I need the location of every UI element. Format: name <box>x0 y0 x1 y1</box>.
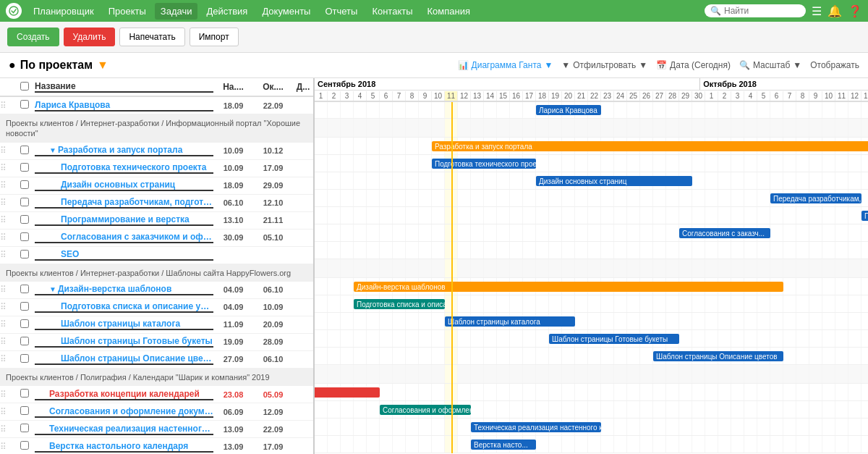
app-logo[interactable] <box>6 3 22 19</box>
search-input[interactable] <box>724 6 796 16</box>
gantt-bar[interactable]: Разработка и запуск портала <box>432 141 868 151</box>
row-checkbox[interactable] <box>20 146 29 154</box>
gantt-bar[interactable]: Дизайн основных страниц <box>536 176 692 186</box>
drag-handle[interactable]: ⠿ <box>0 232 14 243</box>
nav-documents[interactable]: Документы <box>256 3 316 20</box>
row-checkbox[interactable] <box>20 100 29 109</box>
task-name[interactable]: Подготовка технического проекта <box>35 162 213 174</box>
display-control[interactable]: Отображать <box>810 60 859 70</box>
drag-handle[interactable]: ⠿ <box>0 101 14 111</box>
task-name[interactable]: Согласования с заказчиком и оформлен... <box>35 232 213 243</box>
row-checkbox[interactable] <box>20 250 29 258</box>
gantt-view-toggle[interactable]: 📊 Диаграмма Ганта ▼ <box>458 60 553 70</box>
task-name[interactable]: Дизайн основных страниц <box>35 180 213 191</box>
task-name-group[interactable]: ▼Разработка и запуск портала <box>35 145 213 156</box>
gantt-row: Подготовка списка и описан... <box>315 295 868 313</box>
task-name[interactable]: Программирование и верстка <box>35 214 213 226</box>
title-arrow[interactable]: ▼ <box>97 59 109 72</box>
row-checkbox[interactable] <box>20 389 29 398</box>
nav-planner[interactable]: Планировщик <box>27 3 100 20</box>
task-name[interactable]: Шаблон страницы каталога <box>35 319 213 330</box>
task-name[interactable]: Разработка концепции календарей <box>35 389 213 400</box>
drag-handle[interactable]: ⠿ <box>0 250 14 260</box>
drag-handle[interactable]: ⠿ <box>0 319 14 329</box>
row-checkbox[interactable] <box>20 424 29 432</box>
row-checkbox[interactable] <box>20 319 29 328</box>
gantt-day-bg <box>744 155 757 172</box>
gantt-bar[interactable]: Программир... <box>861 211 868 221</box>
drag-handle[interactable]: ⠿ <box>0 215 14 225</box>
row-checkbox[interactable] <box>20 163 29 172</box>
filter-toggle[interactable]: ▼ Отфильтровать ▼ <box>561 60 647 70</box>
drag-handle[interactable]: ⠿ <box>0 180 14 190</box>
gantt-bar[interactable]: Дизайн-верстка шаблонов <box>354 282 783 292</box>
row-checkbox[interactable] <box>20 215 29 224</box>
drag-handle[interactable]: ⠿ <box>0 198 14 208</box>
task-name[interactable]: Техническая реализация настенного кал... <box>35 424 213 435</box>
task-name[interactable]: Лариса Кравцова <box>35 100 213 112</box>
row-checkbox[interactable] <box>20 354 29 363</box>
gantt-bar[interactable]: Подготовка списка и описан... <box>354 299 445 309</box>
drag-handle[interactable]: ⠿ <box>0 354 14 364</box>
gantt-day-bg <box>406 101 419 118</box>
gantt-day-bg <box>653 155 666 172</box>
nav-projects[interactable]: Проекты <box>103 3 152 20</box>
task-name[interactable]: SEO <box>35 249 213 261</box>
task-name[interactable]: Передача разработчикам, подготовка ... <box>35 197 213 209</box>
gantt-bar[interactable]: Согласования и оформление <box>380 405 471 415</box>
nav-actions[interactable]: Действия <box>200 3 253 20</box>
gantt-bar[interactable]: Верстка насто... <box>471 440 536 450</box>
bell-icon[interactable]: 🔔 <box>827 4 842 18</box>
scale-control[interactable]: 🔍 Масштаб ▼ <box>739 60 801 70</box>
row-checkbox[interactable] <box>20 337 29 345</box>
create-button[interactable]: Создать <box>7 28 59 46</box>
task-name[interactable]: Подготовка списка и описание уникаль... <box>35 301 213 313</box>
search-box[interactable]: 🔍 <box>705 4 806 17</box>
drag-handle[interactable]: ⠿ <box>0 390 14 400</box>
gantt-day-bg <box>445 330 458 347</box>
gantt-bar[interactable]: Шаблон страницы Описание цветов <box>653 351 783 361</box>
import-button[interactable]: Импорт <box>190 28 239 46</box>
gantt-bar[interactable]: Разработка концеп... <box>315 387 380 398</box>
print-button[interactable]: Напечатать <box>119 28 184 46</box>
row-checkbox[interactable] <box>20 302 29 311</box>
delete-button[interactable]: Удалить <box>64 28 116 46</box>
gantt-day-bg <box>822 313 835 329</box>
nav-company[interactable]: Компания <box>422 3 477 20</box>
help-icon[interactable]: ❓ <box>848 4 862 18</box>
gantt-bar[interactable]: Шаблон страницы Готовые букеты <box>549 334 679 344</box>
drag-handle[interactable]: ⠿ <box>0 163 14 173</box>
drag-handle[interactable]: ⠿ <box>0 337 14 347</box>
row-checkbox[interactable] <box>20 285 29 293</box>
task-name[interactable]: Согласования и оформление документов <box>35 406 213 418</box>
row-checkbox[interactable] <box>20 232 29 241</box>
gantt-row: Дизайн-верстка шаблонов <box>315 278 868 295</box>
select-all-checkbox[interactable] <box>20 82 29 91</box>
drag-handle[interactable]: ⠿ <box>0 285 14 295</box>
nav-tasks[interactable]: Задачи <box>155 3 198 20</box>
nav-contacts[interactable]: Контакты <box>366 3 418 20</box>
row-checkbox[interactable] <box>20 406 29 415</box>
drag-handle[interactable]: ⠿ <box>0 407 14 417</box>
drag-handle[interactable]: ⠿ <box>0 146 14 156</box>
gantt-row <box>315 365 868 384</box>
gantt-bar[interactable]: Лариса Кравцова <box>536 105 601 115</box>
task-name-group[interactable]: ▼Дизайн-верстка шаблонов <box>35 284 213 295</box>
drag-handle[interactable]: ⠿ <box>0 442 14 452</box>
row-checkbox[interactable] <box>20 441 29 450</box>
row-checkbox[interactable] <box>20 198 29 206</box>
menu-icon[interactable]: ☰ <box>812 4 822 18</box>
date-control[interactable]: 📅 Дата (Сегодня) <box>656 60 731 70</box>
gantt-bar[interactable]: Подготовка технического проекта <box>432 159 536 169</box>
drag-handle[interactable]: ⠿ <box>0 424 14 434</box>
task-name[interactable]: Шаблон страницы Описание цветов <box>35 353 213 365</box>
task-name[interactable]: Шаблон страницы Готовые букеты <box>35 336 213 348</box>
gantt-bar[interactable]: Техническая реализация настенного кален.… <box>471 422 601 432</box>
gantt-bar[interactable]: Согласования с заказч... <box>679 228 770 238</box>
row-checkbox[interactable] <box>20 180 29 189</box>
drag-handle[interactable]: ⠿ <box>0 302 14 312</box>
task-name[interactable]: Верстка настольного календаря <box>35 441 213 453</box>
nav-reports[interactable]: Отчеты <box>319 3 363 20</box>
gantt-bar[interactable]: Шаблон страницы каталога <box>445 316 575 327</box>
gantt-bar[interactable]: Передача разработчикам, по... <box>770 193 861 203</box>
